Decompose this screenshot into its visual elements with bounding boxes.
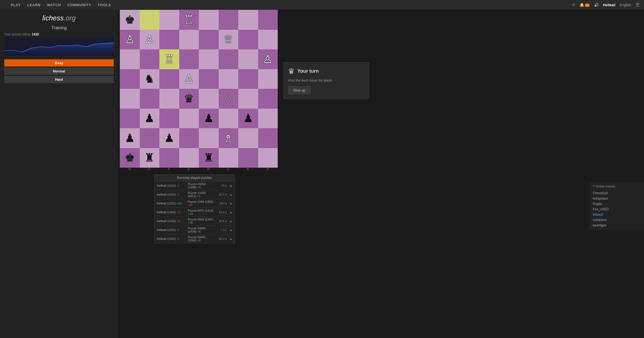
board-cell-3-6[interactable] — [238, 69, 258, 89]
rp-view-icon-6[interactable]: ▲ — [229, 237, 232, 240]
rp-view-icon-4[interactable]: ▲ — [229, 219, 232, 223]
nav-watch[interactable]: WATCH — [47, 3, 61, 7]
board-cell-7-1[interactable]: ♜ — [140, 148, 160, 168]
board-cell-1-4[interactable] — [199, 30, 219, 50]
board-cell-3-3[interactable]: ♙ — [179, 69, 199, 89]
board-cell-7-2[interactable] — [159, 148, 179, 168]
friend-item-5[interactable]: Uohedron — [593, 217, 642, 223]
board-cell-4-7[interactable] — [258, 89, 278, 109]
friend-item-3[interactable]: Fox_USED — [593, 207, 642, 212]
board-cell-1-2[interactable] — [159, 30, 179, 50]
difficulty-easy[interactable]: Easy — [4, 59, 114, 67]
board-cell-5-5[interactable] — [219, 109, 239, 128]
board-cell-6-0[interactable]: ♟ — [120, 128, 140, 148]
board-cell-5-3[interactable] — [179, 109, 199, 128]
board-cell-0-5[interactable] — [219, 10, 239, 30]
board-cell-2-1[interactable] — [140, 49, 160, 69]
friend-item-0[interactable]: ChessSuX — [593, 190, 642, 196]
nav-learn[interactable]: LEARN — [27, 3, 41, 7]
board-cell-7-7[interactable] — [258, 148, 278, 168]
board-cell-5-1[interactable]: ♟ — [140, 109, 160, 128]
board-cell-5-2[interactable] — [159, 109, 179, 128]
board-cell-6-5[interactable]: ♗ — [219, 128, 239, 148]
board-cell-2-6[interactable] — [238, 49, 258, 69]
friend-item-6[interactable]: kashfigns — [593, 223, 642, 228]
friend-item-1[interactable]: hotspotaro — [593, 196, 642, 201]
board-cell-0-6[interactable] — [238, 10, 258, 30]
board-cell-7-0[interactable]: ♚ — [120, 148, 140, 168]
recently-played-row[interactable]: Hellball (1424) -6 Puzzle 33984 (1636) +… — [155, 226, 235, 234]
board-cell-4-4[interactable] — [199, 89, 219, 109]
board-cell-6-6[interactable] — [238, 128, 258, 148]
recently-played-row[interactable]: Hellball (1414) -4 Puzzle 49253 (1898) +… — [155, 181, 235, 190]
give-up-button[interactable]: Give up — [288, 86, 311, 94]
board-cell-7-3[interactable] — [179, 148, 199, 168]
rp-view-icon-2[interactable]: ▲ — [229, 202, 232, 205]
board-cell-6-4[interactable] — [199, 128, 219, 148]
difficulty-normal[interactable]: Normal — [4, 68, 114, 75]
board-cell-4-3[interactable]: ♛ — [179, 89, 199, 109]
board-cell-7-6[interactable] — [238, 148, 258, 168]
board-cell-0-1[interactable] — [140, 10, 160, 30]
tools-icon[interactable]: ⚙ — [572, 3, 575, 7]
board-cell-0-7[interactable] — [258, 10, 278, 30]
recently-played-row[interactable]: Hellball (1415) -1 Puzzle 11603 (2011) +… — [155, 190, 235, 199]
board-cell-5-6[interactable]: ♟ — [238, 109, 258, 128]
board-cell-1-6[interactable] — [238, 30, 258, 50]
board-cell-2-2[interactable]: ♖ — [159, 49, 179, 69]
recently-played-row[interactable]: Hellball (1391) +24 Puzzle 1094 (1895) -… — [155, 199, 235, 208]
hamburger-icon[interactable]: ☰ — [635, 2, 640, 8]
board-cell-4-2[interactable] — [159, 89, 179, 109]
board-cell-5-7[interactable] — [258, 109, 278, 128]
friend-item-4[interactable]: thibault — [593, 212, 642, 217]
difficulty-hard[interactable]: Hard — [4, 76, 114, 83]
board-cell-2-0[interactable] — [120, 49, 140, 69]
board-cell-2-5[interactable] — [219, 49, 239, 69]
board-cell-3-0[interactable] — [120, 69, 140, 89]
recently-played-row[interactable]: Hellball (1432) -8 Puzzle 50491 (1568) +… — [155, 234, 235, 243]
board-cell-1-5[interactable]: ♕ — [219, 30, 239, 50]
board-cell-4-5[interactable]: ♘ — [219, 89, 239, 109]
username[interactable]: Hellball — [603, 3, 615, 7]
board-cell-5-0[interactable] — [120, 109, 140, 128]
board-cell-2-3[interactable] — [179, 49, 199, 69]
nav-community[interactable]: COMMUNITY — [67, 3, 91, 7]
chess-board[interactable]: ♚♖♙♙♕♖♙♞♙♛♘♟♟♟♟♟♗♚♜♜ — [120, 10, 277, 167]
board-cell-5-4[interactable]: ♟ — [199, 109, 219, 128]
board-cell-0-2[interactable] — [159, 10, 179, 30]
board-cell-6-3[interactable] — [179, 128, 199, 148]
rp-view-icon-5[interactable]: ▲ — [229, 228, 232, 232]
board-cell-4-1[interactable] — [140, 89, 160, 109]
sound-icon[interactable]: 🔊 — [594, 3, 599, 7]
recently-played-row[interactable]: Hellball (1403) -12 Puzzle 6975 (1414) +… — [155, 208, 235, 217]
board-cell-6-1[interactable] — [140, 128, 160, 148]
board-cell-2-7[interactable]: ♙ — [258, 49, 278, 69]
board-cell-1-1[interactable]: ♙ — [140, 30, 160, 50]
board-cell-1-3[interactable] — [179, 30, 199, 50]
board-cell-0-3[interactable]: ♖ — [179, 10, 199, 30]
board-cell-7-4[interactable]: ♜ — [199, 148, 219, 168]
recently-played-row[interactable]: Hellball (1418) -15 Puzzle 5894 (1347) +… — [155, 217, 235, 226]
board-cell-4-6[interactable] — [238, 89, 258, 109]
board-cell-6-7[interactable] — [258, 128, 278, 148]
board-cell-1-0[interactable]: ♙ — [120, 30, 140, 50]
friend-item-2[interactable]: Ruglio — [593, 201, 642, 207]
board-cell-3-5[interactable] — [219, 69, 239, 89]
board-cell-2-4[interactable] — [199, 49, 219, 69]
board-cell-3-4[interactable] — [199, 69, 219, 89]
rp-view-icon-3[interactable]: ▲ — [229, 211, 232, 214]
nav-play[interactable]: PLAY — [11, 3, 21, 7]
board-cell-7-5[interactable] — [219, 148, 239, 168]
board-cell-3-7[interactable] — [258, 69, 278, 89]
board-cell-4-0[interactable] — [120, 89, 140, 109]
language[interactable]: English — [620, 3, 631, 7]
board-cell-0-0[interactable]: ♚ — [120, 10, 140, 30]
board-cell-0-4[interactable] — [199, 10, 219, 30]
board-cell-1-7[interactable] — [258, 30, 278, 50]
rp-view-icon-0[interactable]: ▲ — [229, 184, 232, 187]
board-cell-3-1[interactable]: ♞ — [140, 69, 160, 89]
nav-tools[interactable]: TOOLS — [98, 3, 111, 7]
board-cell-6-2[interactable]: ♟ — [159, 128, 179, 148]
rp-view-icon-1[interactable]: ▲ — [229, 193, 232, 196]
notification-count[interactable]: 🔔15 — [580, 3, 590, 7]
